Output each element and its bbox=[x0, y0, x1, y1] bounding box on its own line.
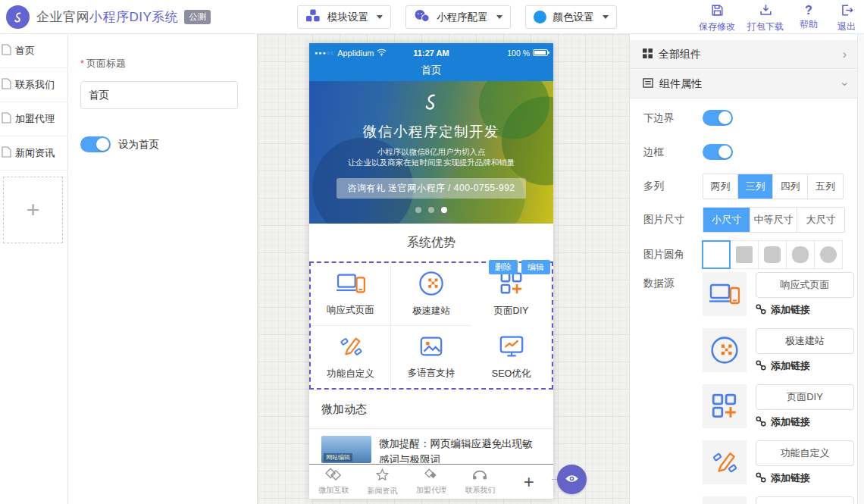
tab-contact[interactable]: 联系我们 bbox=[455, 465, 504, 499]
help-icon: ? bbox=[805, 3, 812, 17]
columns-option-3[interactable]: 三列 bbox=[738, 174, 773, 199]
editor-canvas: ●●●○○ Applidium 11:27 AM 100 % 首页 微信小程序定… bbox=[258, 34, 629, 504]
radius-option-circle[interactable] bbox=[814, 240, 843, 269]
sidebar-item-news[interactable]: 新闻资讯 bbox=[0, 136, 67, 171]
feature-cell[interactable]: 多语言支持 bbox=[391, 326, 471, 389]
add-link-button[interactable]: 添加链接 bbox=[756, 471, 854, 485]
edit-badge-button[interactable]: 编辑 bbox=[521, 260, 550, 274]
news-thumbnail: 网站编辑 bbox=[321, 436, 371, 463]
add-link-button[interactable]: 添加链接 bbox=[756, 303, 854, 317]
props-list-icon bbox=[643, 78, 653, 90]
custom-func-icon bbox=[338, 333, 364, 362]
link-icon bbox=[756, 416, 766, 429]
sidebar-item-contact[interactable]: 联系我们 bbox=[0, 68, 67, 102]
miniprogram-config-button[interactable]: 小程序配置 bbox=[405, 5, 511, 29]
size-option-medium[interactable]: 中等尺寸 bbox=[750, 208, 797, 232]
plus-icon: + bbox=[524, 471, 534, 493]
page-icon bbox=[2, 44, 11, 58]
preview-eye-button[interactable] bbox=[557, 465, 587, 494]
phone-nav-bar: 首页 bbox=[309, 62, 553, 81]
miniprogram-icon bbox=[414, 9, 430, 25]
page-title-input[interactable] bbox=[80, 81, 238, 109]
feature-grid-component[interactable]: 删除 编辑 响应式页面 极速建站 bbox=[309, 261, 553, 390]
sidebar-item-agency[interactable]: 加盟代理 bbox=[0, 102, 67, 136]
tab-add-button[interactable]: + bbox=[505, 465, 553, 499]
tab-news[interactable]: 新闻资讯 bbox=[358, 465, 406, 499]
image-radius-row: 图片圆角 bbox=[643, 240, 850, 269]
module-settings-button[interactable]: 模块设置 bbox=[297, 5, 391, 29]
seo-icon bbox=[499, 333, 524, 362]
page-title-label: *页面标题 bbox=[80, 57, 257, 70]
link-icon bbox=[756, 360, 766, 373]
fast-build-icon bbox=[703, 328, 747, 372]
border-toggle[interactable] bbox=[703, 144, 733, 160]
phone-icon bbox=[471, 468, 488, 484]
banner-title: 微信小程序定制开发 bbox=[309, 122, 553, 141]
all-components-header[interactable]: 全部组件 › bbox=[630, 40, 857, 69]
news-item-title: 微加提醒：网页编辑应避免出现敏感词与极限词 bbox=[379, 436, 541, 463]
color-settings-button[interactable]: 颜色设置 bbox=[525, 5, 617, 29]
modules-icon bbox=[305, 9, 321, 25]
tab-weijia[interactable]: 微加互联 bbox=[309, 465, 358, 499]
radius-option-rounded[interactable] bbox=[758, 240, 787, 269]
color-circle-icon bbox=[534, 11, 546, 23]
beta-badge: 公测 bbox=[184, 10, 211, 24]
banner-carousel[interactable]: 微信小程序定制开发 小程序以微信8亿用户为切入点 让企业以及商家在短时间里实现提… bbox=[309, 81, 553, 224]
eye-icon bbox=[565, 473, 579, 487]
radius-option-extra[interactable] bbox=[786, 240, 815, 269]
columns-row: 多列 两列 三列 四列 五列 bbox=[643, 174, 850, 199]
radius-option-square[interactable] bbox=[702, 240, 731, 269]
banner-logo-icon bbox=[309, 92, 553, 117]
app-root: 企业官网小程序DIY系统 公测 模块设置 小程序配置 颜色设置 bbox=[0, 0, 864, 504]
download-icon bbox=[759, 3, 773, 20]
carousel-dots[interactable] bbox=[309, 207, 553, 213]
add-link-button[interactable]: 添加链接 bbox=[756, 359, 854, 373]
responsive-icon bbox=[703, 272, 747, 316]
save-icon bbox=[710, 3, 725, 20]
app-title: 企业官网小程序DIY系统 bbox=[36, 8, 178, 26]
size-option-small[interactable]: 小尺寸 bbox=[703, 208, 750, 232]
datasource-title-input[interactable] bbox=[756, 384, 854, 410]
feature-cell[interactable]: 极速建站 bbox=[391, 263, 471, 326]
help-button[interactable]: ? 帮助 bbox=[796, 3, 822, 33]
component-props-header[interactable]: 组件属性 › bbox=[630, 70, 857, 99]
link-icon bbox=[756, 304, 766, 317]
brand: 企业官网小程序DIY系统 公测 bbox=[6, 5, 211, 29]
add-link-button[interactable]: 添加链接 bbox=[756, 415, 854, 429]
battery-percent: 100 % bbox=[507, 49, 530, 58]
page-list-sidebar: 首页 联系我们 加盟代理 新闻资讯 + bbox=[0, 34, 68, 504]
bottom-margin-toggle[interactable] bbox=[703, 110, 733, 126]
banner-cta-pill[interactable]: 咨询有礼 送官网小程序 / 400-0755-992 bbox=[337, 178, 525, 199]
datasource-title-input[interactable] bbox=[756, 440, 854, 466]
datasource-title-input[interactable] bbox=[756, 328, 854, 354]
delete-badge-button[interactable]: 删除 bbox=[489, 260, 518, 274]
size-option-large[interactable]: 大尺寸 bbox=[797, 208, 844, 232]
link-icon bbox=[756, 472, 766, 485]
add-page-button[interactable]: + bbox=[3, 177, 63, 243]
datasource-title-input[interactable] bbox=[756, 496, 854, 504]
set-home-toggle[interactable] bbox=[80, 136, 111, 152]
weijia-icon bbox=[324, 468, 343, 484]
top-bar: 企业官网小程序DIY系统 公测 模块设置 小程序配置 颜色设置 bbox=[0, 0, 864, 34]
sidebar-item-home[interactable]: 首页 bbox=[0, 34, 67, 68]
inspector-scrollbar[interactable] bbox=[857, 34, 864, 504]
news-list-item[interactable]: 网站编辑 微加提醒：网页编辑应避免出现敏感词与极限词 bbox=[309, 429, 553, 463]
save-button[interactable]: 保存修改 bbox=[699, 3, 735, 33]
download-button[interactable]: 打包下载 bbox=[747, 3, 784, 33]
datasource-item: 添加链接 bbox=[703, 328, 854, 373]
tab-agency[interactable]: 加盟代理 bbox=[407, 465, 455, 499]
columns-option-4[interactable]: 四列 bbox=[773, 174, 808, 199]
columns-option-5[interactable]: 五列 bbox=[808, 174, 843, 199]
dropdown-caret-icon bbox=[377, 15, 383, 19]
page-settings-panel: *页面标题 设为首页 bbox=[68, 34, 258, 504]
feature-cell[interactable]: 响应式页面 bbox=[311, 263, 391, 326]
image-radius-options bbox=[703, 240, 843, 269]
columns-option-2[interactable]: 两列 bbox=[703, 174, 738, 199]
datasource-title-input[interactable] bbox=[756, 272, 854, 298]
radius-option-slight[interactable] bbox=[730, 240, 759, 269]
feature-cell[interactable]: SEO优化 bbox=[471, 326, 552, 389]
feature-cell[interactable]: 功能自定义 bbox=[311, 326, 391, 389]
border-row: 边框 bbox=[643, 144, 850, 160]
component-inspector: 全部组件 › 组件属性 › 下边界 边框 多列 两列 三列 四列 五列 bbox=[629, 34, 857, 504]
exit-button[interactable]: 退出 bbox=[834, 3, 859, 33]
